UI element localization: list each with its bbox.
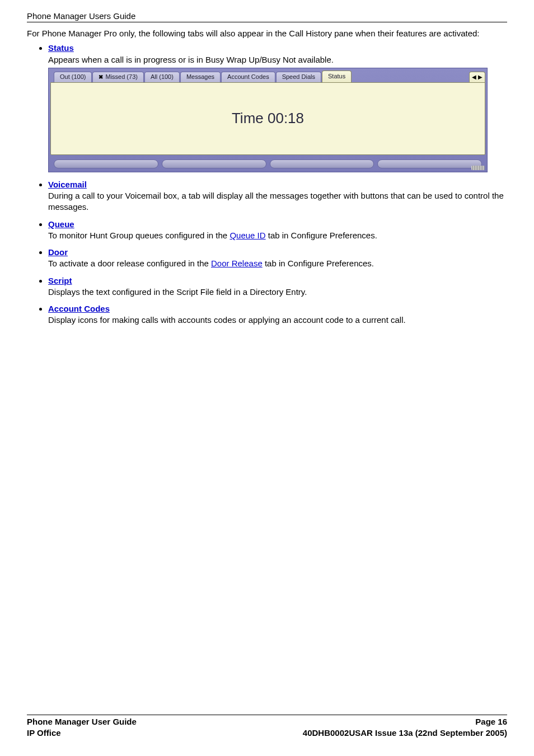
running-header: Phone Manager Users Guide [27, 11, 507, 22]
status-desc: Appears when a call is in progress or is… [48, 55, 334, 64]
footer-left-top: Phone Manager User Guide [27, 716, 137, 727]
status-content-pane: Time 00:18 [50, 82, 485, 155]
tab-all-label: All (100) [151, 73, 174, 81]
queue-id-link[interactable]: Queue ID [229, 231, 265, 240]
status-segment [54, 159, 158, 168]
footer-right-top: Page 16 [475, 716, 507, 727]
tab-account-codes-label: Account Codes [227, 73, 269, 81]
tab-account-codes[interactable]: Account Codes [221, 72, 275, 82]
tab-missed-label: Missed (73) [105, 73, 137, 81]
x-icon: ✖ [99, 73, 103, 81]
script-desc: Displays the text configured in the Scri… [48, 287, 307, 297]
feature-list: Status Appears when a call is in progres… [27, 43, 507, 326]
tab-status[interactable]: Status [322, 71, 352, 82]
tab-scroll-arrows[interactable]: ◀ ▶ [469, 72, 485, 82]
account-codes-link[interactable]: Account Codes [48, 304, 110, 313]
footer-rule [27, 715, 507, 715]
status-link[interactable]: Status [48, 43, 74, 53]
tab-speed-dials-label: Speed Dials [282, 73, 315, 81]
voicemail-desc: During a call to your Voicemail box, a t… [48, 191, 504, 212]
intro-paragraph: For Phone Manager Pro only, the followin… [27, 28, 507, 39]
script-link[interactable]: Script [48, 276, 72, 285]
list-item-account-codes: Account Codes Display icons for making c… [48, 303, 507, 326]
status-bar [50, 159, 485, 168]
list-item-door: Door To activate a door release configur… [48, 247, 507, 270]
tab-messages[interactable]: Messages [180, 72, 221, 82]
list-item-queue: Queue To monitor Hunt Group queues confi… [48, 219, 507, 242]
footer-right-bottom: 40DHB0002USAR Issue 13a (22nd September … [303, 727, 507, 739]
page-footer: Phone Manager User Guide Page 16 IP Offi… [27, 715, 507, 738]
tab-strip: Out (100) ✖ Missed (73) All (100) Messag… [50, 70, 485, 82]
footer-left-bottom: IP Office [27, 727, 61, 739]
tab-out[interactable]: Out (100) [54, 72, 92, 82]
list-item-voicemail: Voicemail During a call to your Voicemai… [48, 179, 507, 213]
arrows-icon: ◀ ▶ [472, 73, 483, 81]
resize-grip-icon[interactable] [471, 166, 485, 170]
list-item-script: Script Displays the text configured in t… [48, 275, 507, 298]
status-segment [270, 159, 374, 168]
door-release-link[interactable]: Door Release [211, 259, 263, 268]
status-segment [162, 159, 266, 168]
footer-row-1: Phone Manager User Guide Page 16 [27, 716, 507, 727]
door-link[interactable]: Door [48, 247, 68, 257]
footer-row-2: IP Office 40DHB0002USAR Issue 13a (22nd … [27, 727, 507, 739]
header-rule [27, 22, 507, 22]
queue-desc-post: tab in Configure Preferences. [266, 231, 377, 240]
tab-speed-dials[interactable]: Speed Dials [276, 72, 321, 82]
account-codes-desc: Display icons for making calls with acco… [48, 315, 406, 325]
tab-out-label: Out (100) [60, 73, 86, 81]
status-screenshot: Out (100) ✖ Missed (73) All (100) Messag… [48, 68, 488, 172]
tab-messages-label: Messages [186, 73, 214, 81]
door-desc-pre: To activate a door release configured in… [48, 259, 211, 268]
call-time-display: Time 00:18 [232, 109, 304, 128]
door-desc-post: tab in Configure Preferences. [263, 259, 374, 268]
voicemail-link[interactable]: Voicemail [48, 180, 87, 189]
queue-desc-pre: To monitor Hunt Group queues configured … [48, 231, 229, 240]
tab-status-label: Status [328, 72, 345, 81]
page-body: Phone Manager Users Guide For Phone Mana… [0, 0, 534, 326]
tab-all[interactable]: All (100) [144, 72, 180, 82]
status-segment [377, 159, 482, 168]
list-item-status: Status Appears when a call is in progres… [48, 43, 507, 172]
tab-missed[interactable]: ✖ Missed (73) [92, 72, 143, 82]
queue-link[interactable]: Queue [48, 219, 74, 229]
